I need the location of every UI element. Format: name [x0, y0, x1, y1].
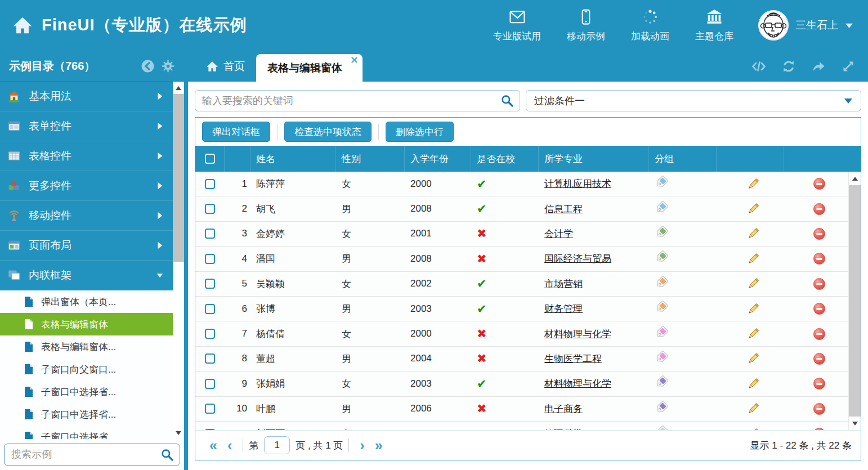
tab-home[interactable]: 首页: [195, 51, 256, 82]
edit-pencil-icon[interactable]: [746, 177, 760, 191]
filter-dropdown[interactable]: 过滤条件一: [526, 90, 861, 111]
table-row[interactable]: 5吴颖颖女2002✔市场营销: [195, 272, 848, 297]
last-page-icon[interactable]: »: [370, 438, 388, 453]
sidebar-item-移动控件[interactable]: 移动控件: [0, 201, 173, 231]
header-action-loading[interactable]: 加载动画: [631, 8, 669, 43]
keyword-search-input[interactable]: [201, 95, 500, 108]
major-link[interactable]: 电子商务: [544, 404, 583, 414]
toolbar-button-弹出对话框[interactable]: 弹出对话框: [202, 122, 270, 142]
major-link[interactable]: 材料物理与化学: [544, 378, 611, 389]
user-menu[interactable]: 三生石上: [758, 10, 853, 41]
row-checkbox[interactable]: [205, 254, 215, 264]
sidebar-item-基本用法[interactable]: 基本用法: [0, 82, 173, 111]
sidebar-subitem-弹出窗体（本页[interactable]: 弹出窗体（本页...: [0, 290, 173, 313]
delete-icon[interactable]: [813, 203, 825, 215]
sidebar-subitem-子窗口向父窗口[interactable]: 子窗口向父窗口...: [0, 358, 173, 381]
expand-icon[interactable]: [841, 59, 856, 74]
share-icon[interactable]: [811, 59, 826, 74]
row-checkbox[interactable]: [205, 279, 215, 289]
first-page-icon[interactable]: «: [204, 438, 222, 453]
sidebar-subitem-子窗口中选择省[interactable]: 子窗口中选择省...: [0, 381, 173, 403]
code-icon[interactable]: [751, 59, 766, 74]
delete-icon[interactable]: [813, 278, 825, 290]
major-link[interactable]: 计算机应用技术: [544, 178, 611, 189]
row-checkbox[interactable]: [205, 404, 215, 414]
tab-active[interactable]: 表格与编辑窗体: [256, 54, 363, 82]
table-row[interactable]: 3金婷婷女2001✖会计学: [195, 222, 848, 247]
next-page-icon[interactable]: ›: [355, 438, 369, 453]
edit-pencil-icon[interactable]: [746, 427, 760, 430]
header-action-mobile[interactable]: 移动示例: [567, 8, 605, 43]
delete-icon[interactable]: [813, 378, 825, 390]
table-row[interactable]: 9张娟娟女2003✔材料物理与化学: [195, 371, 848, 396]
refresh-icon[interactable]: [781, 59, 796, 74]
table-scrollbar[interactable]: [848, 172, 861, 430]
toolbar-button-删除选中行[interactable]: 删除选中行: [386, 122, 454, 142]
sidebar-item-表格控件[interactable]: 表格控件: [0, 141, 173, 171]
delete-icon[interactable]: [813, 328, 825, 340]
edit-pencil-icon[interactable]: [746, 252, 760, 266]
scroll-up-button[interactable]: [173, 82, 184, 94]
scroll-down-button[interactable]: [849, 417, 861, 430]
edit-pencil-icon[interactable]: [746, 377, 760, 391]
delete-icon[interactable]: [813, 178, 825, 190]
close-icon[interactable]: [351, 56, 358, 64]
table-row[interactable]: 11刘丽丽女2003✔管理科学: [195, 422, 848, 430]
delete-icon[interactable]: [813, 428, 825, 430]
header-action-theme[interactable]: 主题仓库: [695, 8, 733, 43]
sidebar-subitem-表格与编辑窗体[interactable]: 表格与编辑窗体...: [0, 335, 173, 358]
edit-pencil-icon[interactable]: [746, 202, 760, 216]
major-link[interactable]: 国际经济与贸易: [544, 253, 611, 264]
row-checkbox[interactable]: [205, 353, 215, 364]
sidebar-item-更多控件[interactable]: 更多控件: [0, 171, 173, 201]
table-row[interactable]: 4潘国男2008✖国际经济与贸易: [195, 247, 848, 271]
search-icon[interactable]: [160, 448, 174, 462]
table-row[interactable]: 2胡飞男2008✔信息工程: [195, 196, 848, 221]
edit-pencil-icon[interactable]: [746, 352, 760, 365]
table-row[interactable]: 6张博男2003✔财务管理: [195, 297, 848, 321]
header-select-all[interactable]: [195, 146, 225, 172]
edit-pencil-icon[interactable]: [746, 227, 760, 240]
major-link[interactable]: 材料物理与化学: [544, 329, 611, 339]
table-row[interactable]: 8董超男2004✖生物医学工程: [195, 347, 848, 371]
sidebar-item-页面布局[interactable]: 页面布局: [0, 231, 173, 261]
scroll-up-button[interactable]: [849, 172, 861, 185]
avatar[interactable]: [758, 10, 789, 41]
page-number-input[interactable]: [264, 436, 290, 454]
edit-pencil-icon[interactable]: [746, 402, 760, 415]
gear-icon[interactable]: [161, 59, 175, 73]
delete-icon[interactable]: [813, 228, 825, 240]
delete-icon[interactable]: [813, 353, 825, 365]
select-all-checkbox[interactable]: [205, 154, 215, 164]
brand[interactable]: FineUI（专业版）在线示例: [0, 14, 247, 37]
table-row[interactable]: 7杨倩倩女2000✖材料物理与化学: [195, 321, 848, 346]
row-checkbox[interactable]: [205, 379, 215, 389]
scroll-down-button[interactable]: [173, 427, 184, 439]
toolbar-button-检查选中项状态[interactable]: 检查选中项状态: [284, 122, 372, 142]
sidebar-item-内联框架[interactable]: 内联框架: [0, 261, 173, 290]
scrollbar-thumb[interactable]: [173, 94, 184, 262]
sidebar-subitem-子窗口中选择省[interactable]: 子窗口中选择省...: [0, 403, 173, 426]
row-checkbox[interactable]: [205, 179, 215, 189]
major-link[interactable]: 财务管理: [544, 303, 583, 314]
scrollbar-thumb[interactable]: [849, 185, 861, 417]
sidebar-subitem-表格与编辑窗体[interactable]: 表格与编辑窗体: [0, 313, 173, 335]
major-link[interactable]: 会计学: [544, 229, 573, 239]
collapse-sidebar-icon[interactable]: [141, 59, 155, 73]
edit-pencil-icon[interactable]: [746, 302, 760, 316]
search-icon[interactable]: [500, 94, 514, 108]
table-row[interactable]: 10叶鹏男2006✖电子商务: [195, 397, 848, 422]
delete-icon[interactable]: [813, 303, 825, 315]
sidebar-subitem-子窗口中选择省[interactable]: 子窗口中选择省: [0, 426, 173, 439]
major-link[interactable]: 生物医学工程: [544, 353, 602, 364]
sidebar-scrollbar[interactable]: [173, 82, 184, 439]
table-row[interactable]: 1陈萍萍女2000✔计算机应用技术: [195, 172, 848, 196]
header-action-trial[interactable]: 专业版试用: [493, 8, 541, 43]
edit-pencil-icon[interactable]: [746, 327, 760, 341]
prev-page-icon[interactable]: ‹: [222, 438, 237, 453]
row-checkbox[interactable]: [205, 304, 215, 314]
row-checkbox[interactable]: [205, 229, 215, 239]
row-checkbox[interactable]: [205, 329, 215, 339]
row-checkbox[interactable]: [205, 204, 215, 214]
major-link[interactable]: 市场营销: [544, 279, 583, 289]
